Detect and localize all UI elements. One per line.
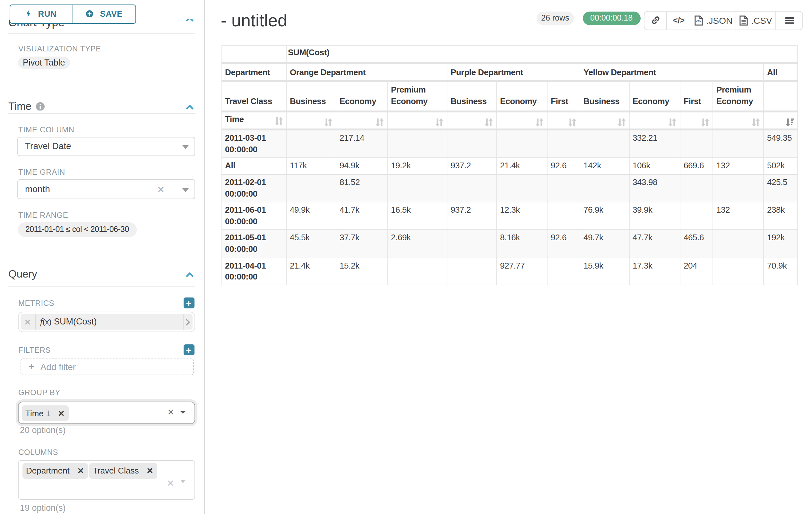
svg-text:</>: </>	[696, 19, 701, 23]
